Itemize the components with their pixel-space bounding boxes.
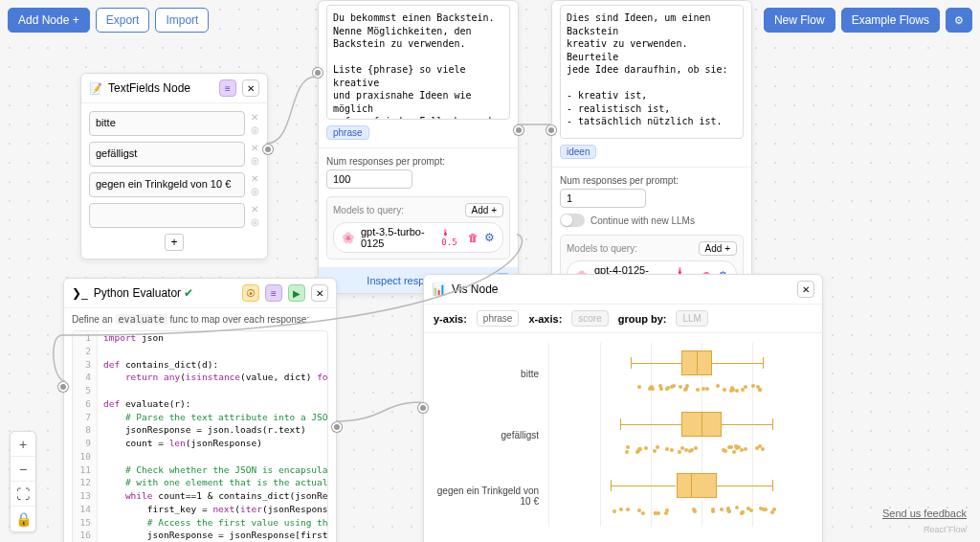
model-gear-icon[interactable]: ⚙ <box>484 231 495 244</box>
remove-icon[interactable]: ✕ <box>251 204 259 215</box>
lock-button[interactable]: 🔒 <box>11 507 35 531</box>
node-title: Python Evaluator ✔ <box>94 286 236 300</box>
textfield-input-1[interactable]: gefälligst <box>89 142 245 167</box>
python-evaluator-node[interactable]: ❯_ Python Evaluator ✔ ⦿ ≡ ▶ ✕ Define an … <box>63 278 337 542</box>
input-handle[interactable] <box>313 68 323 78</box>
add-model-button[interactable]: Add + <box>465 203 503 217</box>
vis-node[interactable]: 📊 Vis Node ✕ y-axis: phrase x-axis: scor… <box>423 274 823 542</box>
fit-view-button[interactable]: ⛶ <box>11 482 35 507</box>
zoom-out-button[interactable]: − <box>11 457 35 482</box>
textfield-input-0[interactable]: bitte <box>89 111 245 136</box>
visibility-icon[interactable]: ◎ <box>251 124 259 135</box>
add-model-button[interactable]: Add + <box>699 241 737 256</box>
remove-icon[interactable]: ✕ <box>251 143 259 153</box>
python-desc: Define an evaluate func to map over each… <box>64 308 336 327</box>
model-pill[interactable]: 🌸 gpt-3.5-turbo-0125 🌡0.5 🗑 ⚙ <box>333 222 503 253</box>
node-close-button[interactable]: ✕ <box>311 284 328 302</box>
continue-llms-label: Continue with new LLMs <box>590 215 695 226</box>
textfield-input-2[interactable]: gegen ein Trinkgeld von 10 € <box>89 172 245 197</box>
variable-chip-phrase: phrase <box>326 125 369 140</box>
models-label: Models to query: <box>567 243 637 254</box>
model-temp: 🌡0.5 <box>441 228 462 247</box>
boxplot-chart: bittegefälligstgegen ein Trinkgeld von 1… <box>424 333 822 542</box>
gear-icon: ⚙ <box>954 14 964 26</box>
remove-icon[interactable]: ✕ <box>251 173 259 184</box>
node-run-button[interactable]: ▶ <box>288 284 305 302</box>
node-info-button[interactable]: ≡ <box>219 79 236 97</box>
chart-icon: 📊 <box>432 282 446 296</box>
group-label: group by: <box>618 313 667 325</box>
output-handle[interactable] <box>514 125 523 135</box>
models-label: Models to query: <box>333 205 404 215</box>
yaxis-select[interactable]: phrase <box>477 310 520 327</box>
example-flows-button[interactable]: Example Flows <box>841 8 940 33</box>
num-responses-input[interactable] <box>560 189 646 208</box>
visibility-icon[interactable]: ◎ <box>251 155 259 166</box>
openai-icon: 🌸 <box>342 232 355 244</box>
prompt-node-1[interactable]: Du bekommst einen Backstein. Nenne Mögli… <box>318 0 519 294</box>
visibility-icon[interactable]: ◎ <box>251 186 259 196</box>
node-close-button[interactable]: ✕ <box>797 281 814 298</box>
yaxis-label: y-axis: <box>434 313 467 325</box>
visibility-icon[interactable]: ◎ <box>251 216 259 227</box>
import-button[interactable]: Import <box>155 8 209 33</box>
continue-llms-toggle[interactable] <box>560 214 585 227</box>
num-responses-label: Num responses per prompt: <box>560 175 744 186</box>
node-close-button[interactable]: ✕ <box>242 79 259 97</box>
feedback-link[interactable]: Send us feedback <box>882 508 967 519</box>
settings-button[interactable]: ⚙ <box>946 8 972 33</box>
output-handle[interactable] <box>263 145 273 154</box>
node-run-current-button[interactable]: ⦿ <box>242 284 259 302</box>
new-flow-button[interactable]: New Flow <box>764 8 835 33</box>
trash-icon[interactable]: 🗑 <box>468 232 479 243</box>
add-node-button[interactable]: Add Node + <box>8 8 90 33</box>
input-handle[interactable] <box>58 382 68 392</box>
code-editor[interactable]: 1import json23def contains_dict(d):4 ret… <box>72 330 328 542</box>
num-responses-label: Num responses per prompt: <box>326 156 510 167</box>
textfield-input-3[interactable] <box>89 203 245 228</box>
textfields-icon: 📝 <box>89 82 102 95</box>
textfields-node[interactable]: 📝 TextFields Node ≡ ✕ bitte ✕◎ gefälligs… <box>80 73 268 260</box>
node-title: TextFields Node <box>108 81 213 95</box>
zoom-in-button[interactable]: + <box>11 432 35 457</box>
node-title: Vis Node <box>452 282 791 296</box>
xaxis-select[interactable]: score <box>571 310 608 327</box>
model-name: gpt-3.5-turbo-0125 <box>361 226 435 249</box>
react-flow-attribution: React Flow <box>924 525 967 534</box>
output-handle[interactable] <box>332 422 342 432</box>
node-info-button[interactable]: ≡ <box>265 284 282 302</box>
xaxis-label: x-axis: <box>528 313 562 325</box>
num-responses-input[interactable] <box>326 169 412 189</box>
zoom-controls: + − ⛶ 🔒 <box>10 431 36 532</box>
input-handle[interactable] <box>546 125 556 135</box>
terminal-icon: ❯_ <box>72 286 88 300</box>
remove-icon[interactable]: ✕ <box>251 112 259 123</box>
group-select[interactable]: LLM <box>676 310 707 327</box>
export-button[interactable]: Export <box>96 8 150 33</box>
variable-chip-ideen: ideen <box>560 145 596 159</box>
add-textfield-button[interactable]: + <box>165 234 184 251</box>
input-handle[interactable] <box>418 403 428 413</box>
